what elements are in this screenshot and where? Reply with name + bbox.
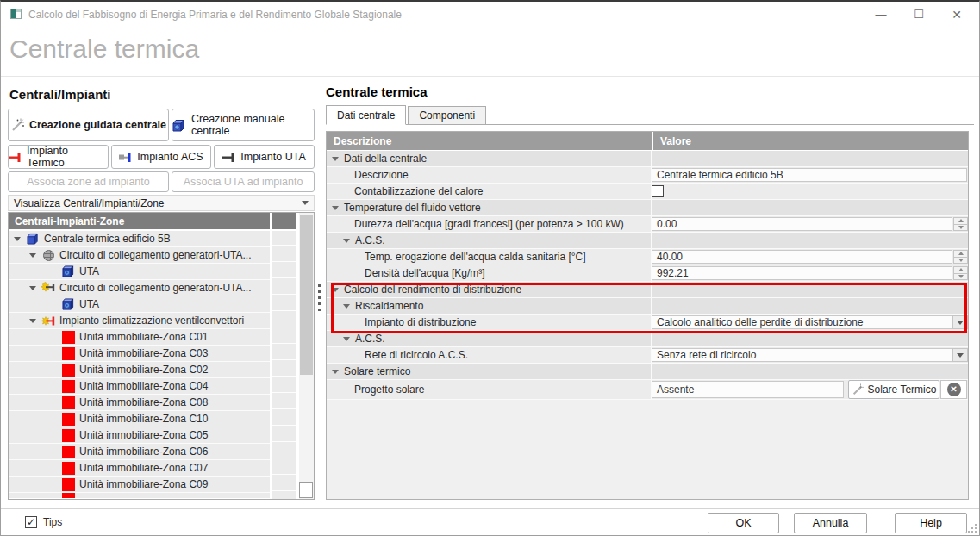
tree-item-zona[interactable]: Unità immobiliare-Zona C06 — [9, 444, 270, 460]
column-header-descrizione[interactable]: Descrizione — [327, 132, 652, 150]
tree-item-label: Impianto climatizzazione ventilconvettor… — [59, 315, 244, 327]
minimize-button[interactable]: — — [865, 2, 896, 28]
collapse-icon[interactable] — [332, 288, 339, 292]
progetto-solare-field[interactable]: Assente — [652, 381, 844, 398]
tree-item-uta-1[interactable]: UTA — [9, 264, 270, 280]
expander-icon[interactable] — [13, 237, 22, 241]
tab-underline — [326, 124, 974, 125]
collapse-icon[interactable] — [332, 157, 339, 161]
collapse-icon[interactable] — [343, 239, 350, 243]
temp-erogazione-stepper[interactable] — [953, 250, 968, 264]
tree-item-zona[interactable]: Unità immobiliare-Zona C02 — [9, 362, 270, 378]
group-row-temperature[interactable]: Temperature del fluido vettore — [327, 200, 968, 216]
expander-icon[interactable] — [28, 286, 37, 290]
spin-up-icon[interactable] — [953, 266, 968, 274]
close-button[interactable]: ✕ — [941, 2, 972, 28]
impianto-uta-label: Impianto UTA — [240, 151, 306, 163]
associa-zone-button: Associa zone ad impianto — [8, 171, 169, 192]
tree-item-zona[interactable]: Unità immobiliare-Zona C08 — [9, 395, 270, 411]
grid-header: Descrizione Valore — [327, 132, 968, 151]
uta-cube-icon — [61, 298, 75, 310]
view-mode-dropdown[interactable]: Visualizza Centrali/Impianti/Zone — [8, 195, 315, 211]
expander-icon[interactable] — [28, 319, 37, 323]
tab-dati-centrale[interactable]: Dati centrale — [326, 105, 406, 125]
densita-stepper[interactable] — [953, 266, 968, 280]
property-label: Descrizione — [354, 169, 409, 181]
tree-item-label: Circuito di collegamento generatori-UTA.… — [59, 282, 252, 294]
help-button[interactable]: Help — [895, 513, 967, 533]
collapse-icon[interactable] — [332, 206, 339, 210]
zone-red-square — [61, 331, 75, 344]
contabilizzazione-checkbox[interactable] — [652, 185, 664, 197]
property-row-densita: Densità dell'acqua [Kg/m³] 992.21 — [327, 265, 968, 282]
dropdown-arrow-button[interactable] — [952, 348, 968, 362]
group-row-dati-centrale[interactable]: Dati della centrale — [327, 151, 968, 167]
tree-item-uta-2[interactable]: UTA — [9, 296, 270, 313]
spin-up-icon[interactable] — [953, 217, 968, 225]
group-row-acs-rendimento[interactable]: A.C.S. — [327, 331, 968, 347]
tree-item-zona[interactable]: Unità immobiliare-Zona C05 — [9, 427, 270, 444]
tree-item-impianto-clima[interactable]: Impianto climatizzazione ventilconvettor… — [9, 313, 270, 329]
impianto-uta-button[interactable]: Impianto UTA — [214, 145, 315, 169]
impianto-termico-button[interactable]: Impianto Termico — [8, 145, 109, 169]
durezza-stepper[interactable] — [953, 217, 968, 231]
tab-componenti[interactable]: Componenti — [408, 106, 486, 125]
impianto-acs-label: Impianto ACS — [137, 151, 203, 163]
property-label: Densità dell'acqua [Kg/m³] — [365, 267, 485, 279]
clear-solar-button[interactable]: ✕ — [940, 380, 967, 399]
tree-header[interactable]: Centrali-Impianti-Zone — [9, 213, 270, 231]
tree-item-label: Unità immobiliare-Zona C02 — [79, 364, 208, 376]
solare-termico-button[interactable]: Solare Termico — [848, 380, 939, 399]
property-row-progetto-solare: Progetto solare Assente Solare Termico ✕ — [327, 380, 968, 400]
tree-item-zona[interactable]: Unità immobiliare-Zona C07 — [9, 460, 270, 477]
tips-checkbox[interactable]: ✓ — [25, 516, 37, 528]
tree-secondary-column — [272, 213, 296, 499]
creazione-guidata-button[interactable]: Creazione guidata centrale — [8, 109, 169, 141]
zone-red-square — [61, 380, 75, 393]
rete-ricircolo-dropdown[interactable]: Senza rete di ricircolo — [652, 348, 952, 362]
group-row-solare-termico[interactable]: Solare termico — [327, 364, 968, 380]
collapse-icon[interactable] — [343, 337, 350, 341]
spin-down-icon[interactable] — [953, 225, 968, 232]
scrollbar-end-button[interactable] — [299, 482, 313, 498]
tab-strip: Dati centrale Componenti — [326, 105, 486, 125]
tree-item-zona[interactable]: Unità immobiliare-Zona C10 — [9, 411, 270, 427]
collapse-icon[interactable] — [343, 304, 350, 309]
cancel-button[interactable]: Annulla — [794, 513, 867, 533]
tree-item-zona[interactable]: Unità immobiliare-Zona C09 — [9, 477, 270, 493]
impianto-acs-button[interactable]: Impianto ACS — [111, 145, 211, 169]
descrizione-input[interactable]: Centrale termica edificio 5B — [652, 168, 967, 182]
tree-item-zona[interactable]: Unità immobiliare-Zona C03 — [9, 346, 270, 362]
tree-scrollbar[interactable] — [299, 213, 314, 499]
creazione-manuale-button[interactable]: Creazione manuale centrale — [172, 109, 315, 141]
spin-up-icon[interactable] — [953, 250, 968, 258]
group-row-riscaldamento[interactable]: Riscaldamento — [327, 298, 968, 315]
pipe-black-icon — [222, 151, 235, 164]
tree-item-centrale[interactable]: Centrale termica edificio 5B — [9, 231, 270, 247]
durezza-input[interactable]: 0.00 — [652, 217, 952, 231]
tree-item-circuito-2[interactable]: Circuito di collegamento generatori-UTA.… — [9, 280, 270, 296]
densita-input[interactable]: 992.21 — [652, 266, 952, 280]
tree-item-zona[interactable]: Unità immobiliare-Zona C04 — [9, 378, 270, 395]
group-label: Riscaldamento — [355, 300, 423, 312]
spin-down-icon[interactable] — [953, 258, 968, 265]
group-label: A.C.S. — [355, 234, 385, 246]
collapse-icon[interactable] — [332, 370, 339, 374]
resize-grip[interactable] — [968, 524, 977, 533]
tree-item-circuito-1[interactable]: Circuito di collegamento generatori-UTA.… — [9, 247, 270, 264]
group-row-acs-temperature[interactable]: A.C.S. — [327, 233, 968, 249]
property-label: Impianto di distribuzione — [365, 316, 476, 328]
spin-down-icon[interactable] — [953, 274, 968, 281]
column-header-valore[interactable]: Valore — [653, 132, 968, 150]
ok-button[interactable]: OK — [708, 513, 779, 533]
panel-splitter-handle[interactable] — [318, 284, 321, 314]
tips-toggle[interactable]: ✓ Tips — [25, 516, 62, 528]
tree-item-zona[interactable]: Unità immobiliare-Zona C01 — [9, 329, 270, 346]
group-row-calcolo-rendimento[interactable]: Calcolo del rendimento di distribuzione — [327, 282, 968, 298]
scrollbar-thumb[interactable] — [300, 215, 313, 375]
dropdown-arrow-button[interactable] — [952, 315, 968, 329]
maximize-button[interactable]: ☐ — [903, 2, 934, 28]
impianto-distribuzione-dropdown[interactable]: Calcolo analitico delle perdite di distr… — [652, 315, 952, 329]
expander-icon[interactable] — [28, 253, 37, 258]
temp-erogazione-input[interactable]: 40.00 — [652, 250, 952, 264]
